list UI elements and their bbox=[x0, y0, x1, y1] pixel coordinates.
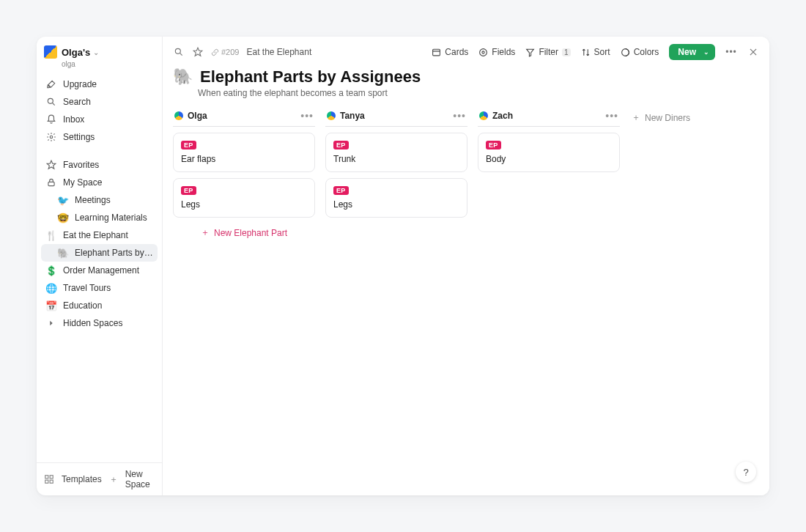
filter-button[interactable]: Filter 1 bbox=[525, 47, 570, 57]
card[interactable]: EP Legs bbox=[325, 178, 467, 218]
card[interactable]: EP Trunk bbox=[325, 133, 467, 172]
nav-travel-tours[interactable]: 🌐 Travel Tours bbox=[41, 279, 158, 297]
page-title[interactable]: Elephant Parts by Assignees bbox=[200, 67, 421, 86]
add-card-label: New Elephant Part bbox=[214, 228, 287, 238]
search-icon bbox=[45, 96, 57, 108]
view-cards-button[interactable]: Cards bbox=[432, 47, 468, 57]
toolbar-label: Sort bbox=[594, 47, 610, 57]
add-column-button[interactable]: ＋ New Diners bbox=[630, 107, 692, 128]
add-card-button[interactable]: ＋ New Elephant Part bbox=[173, 223, 315, 242]
svg-line-1 bbox=[52, 103, 54, 105]
workspace-name: Olga's bbox=[62, 47, 90, 58]
nav-meetings[interactable]: 🐦 Meetings bbox=[41, 191, 158, 209]
add-column-label: New Diners bbox=[645, 113, 690, 123]
avatar-icon bbox=[479, 111, 488, 120]
new-space-button[interactable]: New Space bbox=[125, 469, 155, 489]
nav-label: Elephant Parts by Ass... bbox=[75, 248, 153, 258]
toolbar-label: Fields bbox=[492, 47, 515, 57]
nav-inbox[interactable]: Inbox bbox=[41, 111, 158, 128]
column-menu-icon[interactable]: ••• bbox=[300, 110, 314, 122]
nav-elephant-parts[interactable]: 🐘 Elephant Parts by Ass... bbox=[41, 244, 158, 262]
page-emoji[interactable]: 🐘 bbox=[173, 67, 193, 86]
templates-button[interactable]: Templates bbox=[62, 474, 102, 484]
column-header[interactable]: Olga ••• bbox=[173, 107, 315, 127]
bird-icon: 🐦 bbox=[57, 194, 69, 206]
sidebar: Olga's ⌄ olga Upgrade Search Inbox Setti… bbox=[37, 37, 163, 495]
card-tag: EP bbox=[486, 141, 501, 149]
nav-hidden-spaces[interactable]: Hidden Spaces bbox=[41, 314, 158, 332]
nav-label: Settings bbox=[63, 132, 95, 142]
nav-label: Learning Materials bbox=[75, 213, 147, 223]
rocket-icon bbox=[45, 78, 57, 90]
column-menu-icon[interactable]: ••• bbox=[605, 110, 618, 122]
nerd-icon: 🤓 bbox=[57, 212, 69, 223]
svg-rect-8 bbox=[45, 480, 48, 483]
svg-point-16 bbox=[482, 51, 484, 53]
utensils-icon: 🍴 bbox=[45, 229, 57, 241]
filter-count-badge: 1 bbox=[562, 48, 571, 56]
nav-favorites[interactable]: Favorites bbox=[41, 156, 158, 174]
svg-rect-6 bbox=[45, 476, 48, 479]
board-column: Olga ••• EP Ear flaps EP Legs ＋ New Elep… bbox=[173, 107, 315, 242]
nav-my-space[interactable]: My Space bbox=[41, 174, 158, 191]
column-header[interactable]: Zach ••• bbox=[478, 107, 620, 127]
gear-icon bbox=[45, 131, 57, 143]
svg-point-0 bbox=[48, 98, 53, 103]
card-tag: EP bbox=[333, 141, 349, 149]
sidebar-footer: Templates ＋ New Space bbox=[37, 462, 162, 495]
nav-settings[interactable]: Settings bbox=[41, 128, 158, 146]
nav-label: Education bbox=[63, 300, 102, 311]
chevron-down-icon: ⌄ bbox=[703, 48, 709, 56]
search-icon[interactable] bbox=[173, 46, 185, 58]
column-menu-icon[interactable]: ••• bbox=[453, 110, 466, 122]
plus-icon: ＋ bbox=[201, 226, 210, 239]
nav-label: Travel Tours bbox=[63, 283, 111, 293]
svg-rect-9 bbox=[50, 480, 53, 483]
column-title: Zach bbox=[492, 111, 601, 121]
avatar-icon bbox=[327, 111, 336, 120]
column-header[interactable]: Tanya ••• bbox=[325, 107, 467, 127]
breadcrumb-id[interactable]: #209 bbox=[211, 48, 239, 56]
board-column: Tanya ••• EP Trunk EP Legs bbox=[325, 107, 467, 223]
card-title: Body bbox=[486, 154, 612, 164]
close-icon[interactable] bbox=[747, 46, 759, 58]
page-title-row: 🐘 Elephant Parts by Assignees bbox=[163, 64, 769, 88]
dollar-icon: 💲 bbox=[45, 265, 57, 276]
card-title: Legs bbox=[333, 199, 459, 210]
svg-line-11 bbox=[180, 53, 182, 55]
nav-eat-elephant[interactable]: 🍴 Eat the Elephant bbox=[41, 226, 158, 244]
nav-upgrade[interactable]: Upgrade bbox=[41, 75, 158, 93]
nav-order-management[interactable]: 💲 Order Management bbox=[41, 262, 158, 279]
avatar-icon bbox=[174, 111, 183, 120]
nav-education[interactable]: 📅 Education bbox=[41, 297, 158, 314]
workspace-switcher[interactable]: Olga's ⌄ bbox=[37, 37, 162, 63]
chevron-right-icon bbox=[45, 317, 57, 329]
nav-label: Favorites bbox=[63, 160, 99, 170]
nav-label: Upgrade bbox=[63, 79, 97, 89]
more-icon[interactable]: ••• bbox=[725, 46, 737, 58]
sort-button[interactable]: Sort bbox=[581, 47, 610, 57]
chevron-down-icon: ⌄ bbox=[93, 48, 99, 56]
topbar: #209 Eat the Elephant Cards Fields Filte… bbox=[163, 37, 769, 64]
nav-search[interactable]: Search bbox=[41, 93, 158, 111]
help-button[interactable]: ? bbox=[736, 462, 756, 482]
star-icon[interactable] bbox=[192, 46, 204, 58]
card[interactable]: EP Legs bbox=[173, 178, 315, 218]
svg-rect-4 bbox=[48, 182, 54, 185]
column-title: Tanya bbox=[340, 111, 448, 121]
svg-point-2 bbox=[50, 136, 53, 138]
card[interactable]: EP Ear flaps bbox=[173, 133, 315, 172]
elephant-icon: 🐘 bbox=[57, 247, 69, 259]
nav-learning[interactable]: 🤓 Learning Materials bbox=[41, 209, 158, 226]
svg-marker-17 bbox=[527, 49, 534, 56]
nav-label: Eat the Elephant bbox=[63, 230, 128, 240]
card-tag: EP bbox=[333, 186, 349, 195]
nav-label: Meetings bbox=[75, 195, 111, 205]
fields-button[interactable]: Fields bbox=[478, 47, 515, 57]
card[interactable]: EP Body bbox=[478, 133, 620, 172]
new-button[interactable]: New ⌄ bbox=[669, 44, 715, 60]
breadcrumb-title[interactable]: Eat the Elephant bbox=[246, 47, 311, 57]
nav-label: Search bbox=[63, 97, 91, 107]
column-title: Olga bbox=[188, 111, 296, 121]
colors-button[interactable]: Colors bbox=[621, 47, 659, 57]
